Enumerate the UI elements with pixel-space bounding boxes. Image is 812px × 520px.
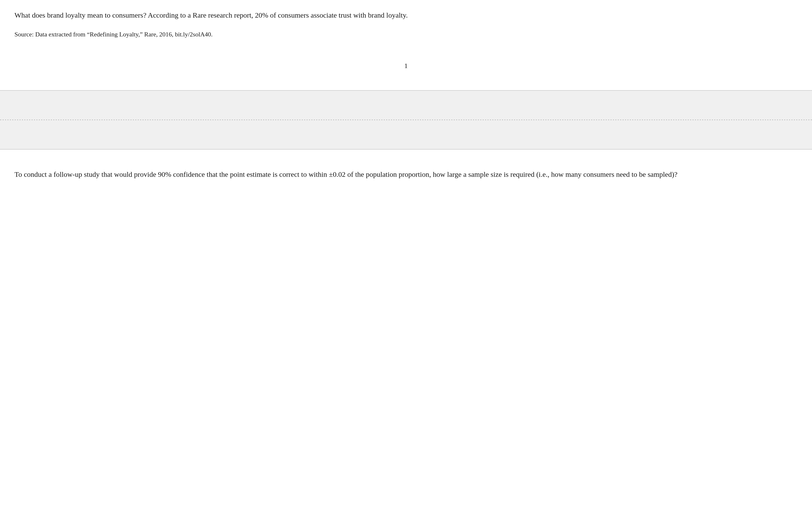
intro-paragraph: What does brand loyalty mean to consumer… <box>15 10 797 21</box>
gray-band-top <box>0 91 812 120</box>
page-number: 1 <box>404 61 408 71</box>
source-line: Source: Data extracted from “Redefining … <box>15 30 797 39</box>
page-number-area: 1 <box>0 46 812 90</box>
page-container: What does brand loyalty mean to consumer… <box>0 0 812 520</box>
top-section: What does brand loyalty mean to consumer… <box>0 0 812 46</box>
divider-section <box>0 90 812 150</box>
gray-band-bottom <box>0 120 812 149</box>
bottom-section: To conduct a follow-up study that would … <box>0 150 812 520</box>
follow-up-paragraph: To conduct a follow-up study that would … <box>15 169 797 180</box>
